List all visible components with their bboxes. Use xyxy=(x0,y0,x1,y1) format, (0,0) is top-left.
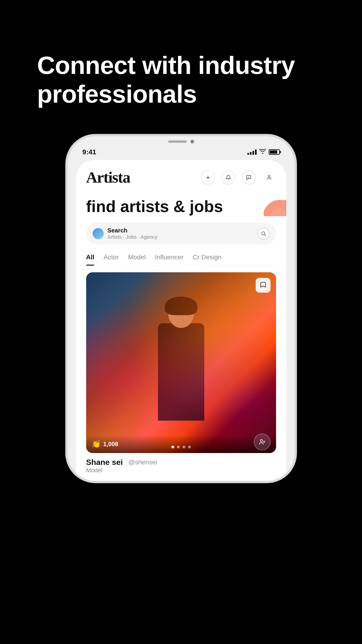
app-hero-title: find artists & jobs xyxy=(86,197,276,216)
card-dots xyxy=(171,446,191,448)
search-icon-button[interactable] xyxy=(258,228,270,240)
speaker xyxy=(168,140,187,143)
phone-mockup: 9:41 xyxy=(68,136,295,481)
app-logo: Artista xyxy=(86,168,130,186)
artist-card: 👏 1,008 xyxy=(86,272,276,453)
tab-model[interactable]: Model xyxy=(128,249,146,266)
card-bottom: 👏 1,008 xyxy=(86,435,276,453)
hero-title: Connect with industry professionals xyxy=(37,51,325,108)
search-bar[interactable]: Search Artists · Jobs · Agency xyxy=(86,223,276,244)
profile-button[interactable] xyxy=(262,170,276,184)
search-label: Search xyxy=(107,227,254,234)
notification-button[interactable] xyxy=(221,170,235,184)
tab-actor[interactable]: Actor xyxy=(103,249,119,266)
applause-icon: 👏 xyxy=(92,440,101,448)
dot-4[interactable] xyxy=(188,446,191,448)
artist-role: Model xyxy=(86,467,157,474)
svg-point-7 xyxy=(260,440,262,442)
notch xyxy=(156,136,207,147)
battery-icon xyxy=(269,149,280,155)
artist-name-row: Shane sei @shensei xyxy=(86,458,157,467)
hero-section: Connect with industry professionals xyxy=(0,0,362,136)
phone-screen: Artista xyxy=(76,160,286,481)
add-button[interactable] xyxy=(201,170,215,184)
status-time: 9:41 xyxy=(82,148,96,156)
wifi-icon xyxy=(259,149,266,155)
search-text-area: Search Artists · Jobs · Agency xyxy=(107,227,254,240)
app-hero-section: find artists & jobs xyxy=(76,191,286,216)
header-icons xyxy=(201,170,276,184)
app-header: Artista xyxy=(76,160,286,191)
card-count: 1,008 xyxy=(103,440,118,448)
status-icons xyxy=(247,149,280,155)
light-effects xyxy=(86,272,276,453)
tab-all[interactable]: All xyxy=(86,249,94,266)
tab-influencer[interactable]: Influencer xyxy=(155,249,183,266)
artist-info: Shane sei @shensei Model xyxy=(76,453,286,481)
follow-button[interactable] xyxy=(254,434,271,450)
svg-line-6 xyxy=(265,234,266,236)
artist-handle: @shensei xyxy=(128,458,157,466)
artist-photo xyxy=(86,272,276,453)
search-decoration xyxy=(93,228,104,239)
signal-icon xyxy=(247,149,257,155)
bookmark-button[interactable] xyxy=(256,278,271,293)
category-tabs: All Actor Model Influencer Cr Design xyxy=(76,249,286,266)
dot-2[interactable] xyxy=(177,446,180,448)
tab-cr-design[interactable]: Cr Design xyxy=(193,249,221,266)
artist-name: Shane sei xyxy=(86,458,123,467)
dot-3[interactable] xyxy=(183,446,185,448)
dot-1[interactable] xyxy=(171,446,174,448)
svg-point-4 xyxy=(268,176,270,177)
phone-wrapper: 9:41 xyxy=(54,136,309,481)
search-section: Search Artists · Jobs · Agency xyxy=(76,216,286,249)
chat-button[interactable] xyxy=(242,170,256,184)
camera xyxy=(190,140,194,144)
search-sublabel: Artists · Jobs · Agency xyxy=(107,234,254,240)
artist-details: Shane sei @shensei Model xyxy=(86,458,157,474)
